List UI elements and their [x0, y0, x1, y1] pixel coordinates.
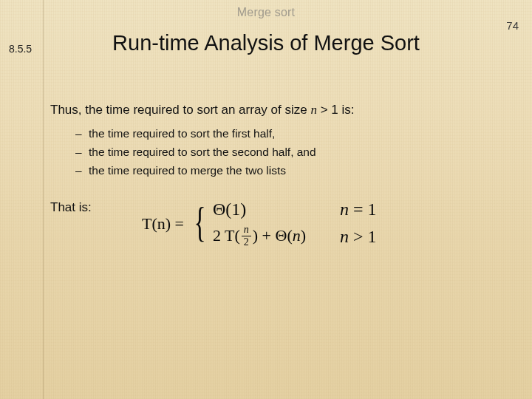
list-item: the time required to sort the second hal…	[75, 143, 502, 162]
formula-lhs: T(n) =	[142, 214, 184, 233]
case2-cond-var: n	[340, 227, 349, 246]
case2-suffix: )	[301, 226, 306, 245]
frac-num: n	[242, 225, 251, 236]
case2-cond: n > 1	[340, 227, 377, 247]
frac-den: 2	[242, 236, 251, 248]
header-topic: Merge sort	[0, 6, 532, 19]
list-item: the time required to merge the two lists	[75, 162, 502, 180]
case2-expr: 2 T(n2) + Θ(n)	[213, 225, 306, 248]
case1-cond: n = 1	[340, 200, 377, 219]
formula-cases: Θ(1) n = 1 2 T(n2) + Θ(n) n > 1	[213, 200, 377, 248]
intro-pre: Thus, the time required to sort an array…	[50, 103, 310, 117]
fraction: n2	[242, 225, 251, 248]
intro-line: Thus, the time required to sort an array…	[50, 102, 502, 119]
formula-lhs-text: T(n) =	[142, 214, 184, 233]
case2-arg: n	[293, 226, 301, 245]
case1-cond-rest: = 1	[349, 200, 377, 219]
brace-icon: {	[194, 202, 205, 243]
page-number: 74	[506, 19, 519, 32]
case2-prefix: 2 T(	[213, 226, 240, 245]
intro-var-n: n	[310, 103, 317, 117]
intro-post: > 1 is:	[317, 103, 355, 117]
list-item: the time required to sort the first half…	[75, 125, 502, 143]
case2-mid: ) + Θ(	[253, 226, 293, 245]
slide-title: Run-time Analysis of Merge Sort	[0, 31, 532, 55]
bullet-list: the time required to sort the first half…	[50, 125, 502, 180]
slide: Merge sort 74 8.5.5 Run-time Analysis of…	[0, 0, 532, 399]
case2-cond-rest: > 1	[349, 227, 377, 246]
vertical-rule	[43, 0, 44, 399]
case1-cond-var: n	[340, 200, 349, 219]
recurrence-formula: T(n) = { Θ(1) n = 1 2 T(n2) + Θ(n) n > 1	[142, 200, 377, 248]
case1-expr: Θ(1)	[213, 200, 306, 219]
